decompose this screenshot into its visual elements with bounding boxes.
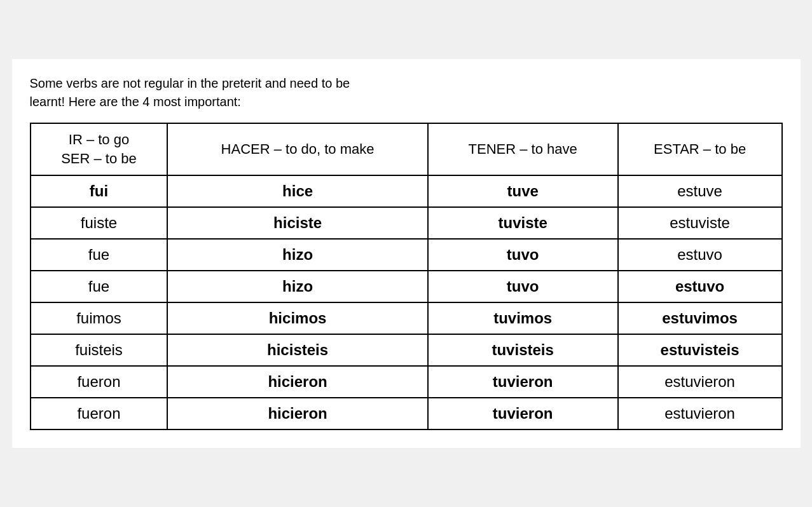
cell-estar-row4: estuvimos [618,302,782,334]
verb-table: IR – to goSER – to be HACER – to do, to … [30,123,783,429]
cell-hacer-row2: hizo [167,239,427,271]
cell-ir_ser-row4: fuimos [31,302,168,334]
header-tener: TENER – to have [428,123,618,175]
intro-text: Some verbs are not regular in the preter… [30,74,783,111]
table-row: fuimoshicimostuvimosestuvimos [31,302,782,334]
header-ir-ser: IR – to goSER – to be [31,123,168,175]
cell-tener-row5: tuvisteis [428,334,618,366]
table-row: fuehizotuvoestuvo [31,239,782,271]
cell-estar-row0: estuve [618,175,782,207]
cell-ir_ser-row1: fuiste [31,207,168,239]
header-estar: ESTAR – to be [618,123,782,175]
cell-tener-row2: tuvo [428,239,618,271]
table-row: fuihicetuveestuve [31,175,782,207]
table-body: fuihicetuveestuvefuistehicistetuvisteest… [31,175,782,429]
cell-estar-row7: estuvieron [618,398,782,429]
cell-ir_ser-row0: fui [31,175,168,207]
cell-estar-row6: estuvieron [618,366,782,398]
cell-tener-row7: tuvieron [428,398,618,429]
cell-hacer-row3: hizo [167,271,427,302]
table-row: fueronhicierontuvieronestuvieron [31,366,782,398]
cell-hacer-row6: hicieron [167,366,427,398]
table-row: fuistehicistetuvisteestuviste [31,207,782,239]
cell-hacer-row1: hiciste [167,207,427,239]
cell-hacer-row7: hicieron [167,398,427,429]
page-container: Some verbs are not regular in the preter… [12,59,801,447]
cell-hacer-row0: hice [167,175,427,207]
cell-estar-row5: estuvisteis [618,334,782,366]
cell-tener-row0: tuve [428,175,618,207]
table-row: fuehizotuvoestuvo [31,271,782,302]
cell-ir_ser-row5: fuisteis [31,334,168,366]
table-row: fueronhicierontuvieronestuvieron [31,398,782,429]
cell-estar-row1: estuviste [618,207,782,239]
table-row: fuisteishicisteistuvisteisestuvisteis [31,334,782,366]
cell-tener-row3: tuvo [428,271,618,302]
cell-tener-row1: tuviste [428,207,618,239]
cell-ir_ser-row6: fueron [31,366,168,398]
cell-estar-row2: estuvo [618,239,782,271]
cell-hacer-row4: hicimos [167,302,427,334]
cell-tener-row4: tuvimos [428,302,618,334]
cell-tener-row6: tuvieron [428,366,618,398]
cell-ir_ser-row2: fue [31,239,168,271]
cell-ir_ser-row3: fue [31,271,168,302]
cell-hacer-row5: hicisteis [167,334,427,366]
header-hacer: HACER – to do, to make [167,123,427,175]
cell-ir_ser-row7: fueron [31,398,168,429]
cell-estar-row3: estuvo [618,271,782,302]
header-row: IR – to goSER – to be HACER – to do, to … [31,123,782,175]
